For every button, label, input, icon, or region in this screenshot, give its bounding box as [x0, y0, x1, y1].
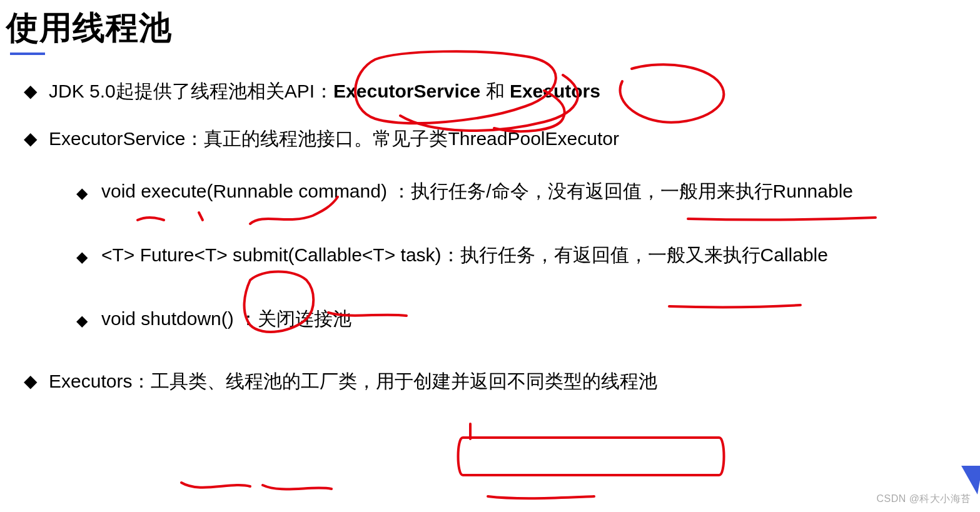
bullet-1-bold-executors: Executors: [510, 81, 600, 101]
slide-title: 使用线程池: [6, 6, 974, 50]
bullet-list-level2: void execute(Runnable command) ：执行任务/命令，…: [49, 169, 974, 341]
title-underline: [10, 53, 45, 55]
bullet-1: JDK 5.0起提供了线程池相关API：ExecutorService 和 Ex…: [24, 76, 974, 106]
bullet-list-level1: JDK 5.0起提供了线程池相关API：ExecutorService 和 Ex…: [6, 76, 974, 396]
bullet-2-sub3: void shutdown() ：关闭连接池: [76, 296, 974, 341]
bullet-1-bold-executorservice: ExecutorService: [333, 81, 480, 101]
slide: 使用线程池 JDK 5.0起提供了线程池相关API：ExecutorServic…: [0, 0, 980, 512]
bullet-3: Executors：工具类、线程池的工厂类，用于创建并返回不同类型的线程池: [24, 366, 974, 396]
corner-decoration: [956, 466, 980, 494]
content-area: JDK 5.0起提供了线程池相关API：ExecutorService 和 Ex…: [6, 76, 974, 396]
watermark: CSDN @科大小海苔: [876, 493, 971, 506]
bullet-1-pre: JDK 5.0起提供了线程池相关API：: [49, 81, 333, 101]
bullet-2-text: ExecutorService：真正的线程池接口。常见子类ThreadPoolE…: [49, 128, 619, 149]
bullet-2: ExecutorService：真正的线程池接口。常见子类ThreadPoolE…: [24, 124, 974, 341]
bullet-1-mid: 和: [480, 81, 510, 101]
bullet-2-sub1: void execute(Runnable command) ：执行任务/命令，…: [76, 169, 974, 214]
bullet-2-sub2: <T> Future<T> submit(Callable<T> task)：执…: [76, 233, 974, 278]
